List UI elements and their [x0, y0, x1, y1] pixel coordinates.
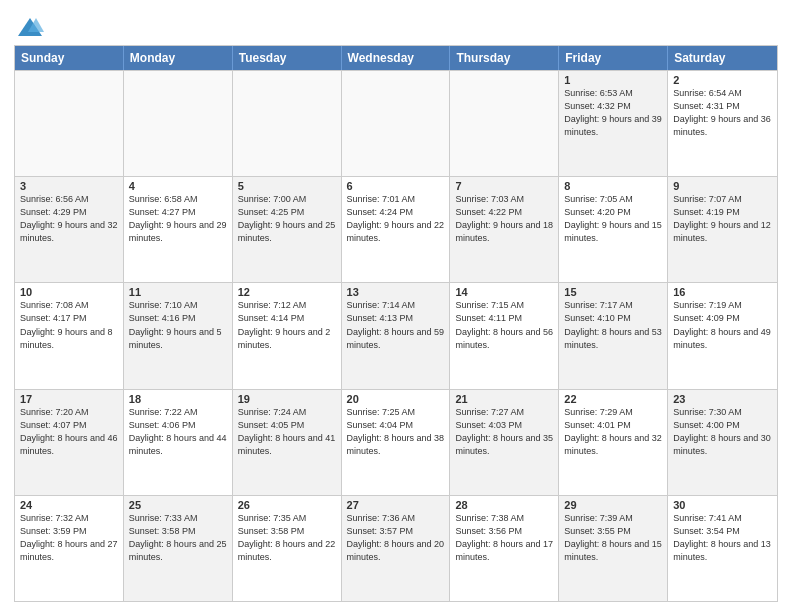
day-info: Sunrise: 7:39 AM Sunset: 3:55 PM Dayligh…: [564, 512, 662, 564]
header-day-wednesday: Wednesday: [342, 46, 451, 70]
logo: [14, 14, 44, 39]
calendar-cell-14: 14Sunrise: 7:15 AM Sunset: 4:11 PM Dayli…: [450, 283, 559, 388]
day-number: 11: [129, 286, 227, 298]
calendar-cell-5: 5Sunrise: 7:00 AM Sunset: 4:25 PM Daylig…: [233, 177, 342, 282]
day-info: Sunrise: 7:33 AM Sunset: 3:58 PM Dayligh…: [129, 512, 227, 564]
day-number: 24: [20, 499, 118, 511]
calendar-cell-6: 6Sunrise: 7:01 AM Sunset: 4:24 PM Daylig…: [342, 177, 451, 282]
day-number: 7: [455, 180, 553, 192]
day-info: Sunrise: 7:30 AM Sunset: 4:00 PM Dayligh…: [673, 406, 772, 458]
calendar-cell-15: 15Sunrise: 7:17 AM Sunset: 4:10 PM Dayli…: [559, 283, 668, 388]
day-info: Sunrise: 7:19 AM Sunset: 4:09 PM Dayligh…: [673, 299, 772, 351]
header-day-monday: Monday: [124, 46, 233, 70]
day-info: Sunrise: 7:07 AM Sunset: 4:19 PM Dayligh…: [673, 193, 772, 245]
day-number: 14: [455, 286, 553, 298]
calendar-row-5: 24Sunrise: 7:32 AM Sunset: 3:59 PM Dayli…: [15, 495, 777, 601]
logo-icon: [16, 14, 44, 42]
calendar-cell-8: 8Sunrise: 7:05 AM Sunset: 4:20 PM Daylig…: [559, 177, 668, 282]
day-number: 25: [129, 499, 227, 511]
day-number: 1: [564, 74, 662, 86]
calendar-cell-12: 12Sunrise: 7:12 AM Sunset: 4:14 PM Dayli…: [233, 283, 342, 388]
calendar-row-2: 3Sunrise: 6:56 AM Sunset: 4:29 PM Daylig…: [15, 176, 777, 282]
calendar-cell-26: 26Sunrise: 7:35 AM Sunset: 3:58 PM Dayli…: [233, 496, 342, 601]
day-info: Sunrise: 6:53 AM Sunset: 4:32 PM Dayligh…: [564, 87, 662, 139]
calendar-cell-9: 9Sunrise: 7:07 AM Sunset: 4:19 PM Daylig…: [668, 177, 777, 282]
day-number: 4: [129, 180, 227, 192]
calendar-cell-3: 3Sunrise: 6:56 AM Sunset: 4:29 PM Daylig…: [15, 177, 124, 282]
day-info: Sunrise: 7:41 AM Sunset: 3:54 PM Dayligh…: [673, 512, 772, 564]
day-number: 10: [20, 286, 118, 298]
day-info: Sunrise: 7:05 AM Sunset: 4:20 PM Dayligh…: [564, 193, 662, 245]
calendar-cell-empty-0-2: [233, 71, 342, 176]
day-number: 20: [347, 393, 445, 405]
calendar-cell-7: 7Sunrise: 7:03 AM Sunset: 4:22 PM Daylig…: [450, 177, 559, 282]
day-number: 18: [129, 393, 227, 405]
day-info: Sunrise: 7:00 AM Sunset: 4:25 PM Dayligh…: [238, 193, 336, 245]
day-number: 30: [673, 499, 772, 511]
header: [14, 10, 778, 39]
day-number: 27: [347, 499, 445, 511]
calendar-row-3: 10Sunrise: 7:08 AM Sunset: 4:17 PM Dayli…: [15, 282, 777, 388]
calendar-cell-28: 28Sunrise: 7:38 AM Sunset: 3:56 PM Dayli…: [450, 496, 559, 601]
day-number: 23: [673, 393, 772, 405]
day-info: Sunrise: 7:03 AM Sunset: 4:22 PM Dayligh…: [455, 193, 553, 245]
day-number: 29: [564, 499, 662, 511]
day-info: Sunrise: 7:25 AM Sunset: 4:04 PM Dayligh…: [347, 406, 445, 458]
calendar-cell-2: 2Sunrise: 6:54 AM Sunset: 4:31 PM Daylig…: [668, 71, 777, 176]
day-number: 2: [673, 74, 772, 86]
calendar-cell-24: 24Sunrise: 7:32 AM Sunset: 3:59 PM Dayli…: [15, 496, 124, 601]
day-info: Sunrise: 7:32 AM Sunset: 3:59 PM Dayligh…: [20, 512, 118, 564]
calendar-cell-17: 17Sunrise: 7:20 AM Sunset: 4:07 PM Dayli…: [15, 390, 124, 495]
day-info: Sunrise: 6:58 AM Sunset: 4:27 PM Dayligh…: [129, 193, 227, 245]
day-info: Sunrise: 7:10 AM Sunset: 4:16 PM Dayligh…: [129, 299, 227, 351]
calendar-cell-29: 29Sunrise: 7:39 AM Sunset: 3:55 PM Dayli…: [559, 496, 668, 601]
calendar-cell-22: 22Sunrise: 7:29 AM Sunset: 4:01 PM Dayli…: [559, 390, 668, 495]
day-number: 17: [20, 393, 118, 405]
header-day-sunday: Sunday: [15, 46, 124, 70]
day-info: Sunrise: 7:17 AM Sunset: 4:10 PM Dayligh…: [564, 299, 662, 351]
calendar-cell-30: 30Sunrise: 7:41 AM Sunset: 3:54 PM Dayli…: [668, 496, 777, 601]
calendar-row-1: 1Sunrise: 6:53 AM Sunset: 4:32 PM Daylig…: [15, 70, 777, 176]
day-info: Sunrise: 7:12 AM Sunset: 4:14 PM Dayligh…: [238, 299, 336, 351]
day-number: 22: [564, 393, 662, 405]
day-info: Sunrise: 7:15 AM Sunset: 4:11 PM Dayligh…: [455, 299, 553, 351]
calendar-cell-13: 13Sunrise: 7:14 AM Sunset: 4:13 PM Dayli…: [342, 283, 451, 388]
day-number: 15: [564, 286, 662, 298]
day-info: Sunrise: 7:29 AM Sunset: 4:01 PM Dayligh…: [564, 406, 662, 458]
day-number: 8: [564, 180, 662, 192]
calendar-cell-empty-0-3: [342, 71, 451, 176]
calendar-cell-4: 4Sunrise: 6:58 AM Sunset: 4:27 PM Daylig…: [124, 177, 233, 282]
header-day-tuesday: Tuesday: [233, 46, 342, 70]
calendar-cell-11: 11Sunrise: 7:10 AM Sunset: 4:16 PM Dayli…: [124, 283, 233, 388]
day-number: 13: [347, 286, 445, 298]
day-info: Sunrise: 7:01 AM Sunset: 4:24 PM Dayligh…: [347, 193, 445, 245]
day-info: Sunrise: 7:35 AM Sunset: 3:58 PM Dayligh…: [238, 512, 336, 564]
day-number: 5: [238, 180, 336, 192]
day-number: 16: [673, 286, 772, 298]
calendar-cell-20: 20Sunrise: 7:25 AM Sunset: 4:04 PM Dayli…: [342, 390, 451, 495]
calendar-header: SundayMondayTuesdayWednesdayThursdayFrid…: [15, 46, 777, 70]
header-day-saturday: Saturday: [668, 46, 777, 70]
day-info: Sunrise: 6:56 AM Sunset: 4:29 PM Dayligh…: [20, 193, 118, 245]
calendar-cell-empty-0-1: [124, 71, 233, 176]
day-number: 28: [455, 499, 553, 511]
calendar-cell-empty-0-4: [450, 71, 559, 176]
day-info: Sunrise: 7:08 AM Sunset: 4:17 PM Dayligh…: [20, 299, 118, 351]
calendar-cell-23: 23Sunrise: 7:30 AM Sunset: 4:00 PM Dayli…: [668, 390, 777, 495]
day-info: Sunrise: 7:20 AM Sunset: 4:07 PM Dayligh…: [20, 406, 118, 458]
day-number: 3: [20, 180, 118, 192]
day-info: Sunrise: 7:27 AM Sunset: 4:03 PM Dayligh…: [455, 406, 553, 458]
day-number: 6: [347, 180, 445, 192]
day-number: 9: [673, 180, 772, 192]
calendar-cell-21: 21Sunrise: 7:27 AM Sunset: 4:03 PM Dayli…: [450, 390, 559, 495]
calendar-cell-empty-0-0: [15, 71, 124, 176]
day-number: 12: [238, 286, 336, 298]
day-info: Sunrise: 7:22 AM Sunset: 4:06 PM Dayligh…: [129, 406, 227, 458]
calendar-cell-16: 16Sunrise: 7:19 AM Sunset: 4:09 PM Dayli…: [668, 283, 777, 388]
calendar-cell-27: 27Sunrise: 7:36 AM Sunset: 3:57 PM Dayli…: [342, 496, 451, 601]
page: SundayMondayTuesdayWednesdayThursdayFrid…: [0, 0, 792, 612]
day-number: 26: [238, 499, 336, 511]
calendar-cell-18: 18Sunrise: 7:22 AM Sunset: 4:06 PM Dayli…: [124, 390, 233, 495]
header-day-thursday: Thursday: [450, 46, 559, 70]
day-info: Sunrise: 7:24 AM Sunset: 4:05 PM Dayligh…: [238, 406, 336, 458]
